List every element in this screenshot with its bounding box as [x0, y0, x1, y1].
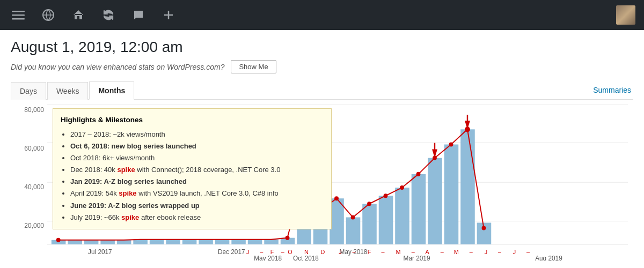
- y-label-20k: 20,000: [24, 222, 44, 229]
- highlight-item-6: April 2019: 54k spike with VS2019 launch…: [70, 188, 324, 199]
- svg-text:J: J: [513, 249, 516, 255]
- svg-text:–: –: [382, 249, 385, 255]
- tab-months[interactable]: Months: [89, 81, 134, 100]
- y-axis: 80,000 60,000 40,000 20,000: [16, 104, 47, 260]
- svg-text:May 2018: May 2018: [254, 255, 282, 260]
- tab-weeks[interactable]: Weeks: [47, 82, 89, 100]
- main-content: August 1, 2019, 12:00 am Did you know yo…: [0, 30, 644, 268]
- svg-text:J: J: [485, 249, 487, 255]
- highlight-item-8: July 2019: ~66k spike after ebook releas…: [70, 212, 324, 224]
- svg-rect-20: [199, 240, 213, 244]
- svg-rect-37: [477, 223, 492, 244]
- highlight-item-7: June 2019: A-Z blog series wrapped up: [70, 200, 324, 212]
- svg-text:Jul 2017: Jul 2017: [88, 248, 112, 256]
- svg-point-44: [367, 202, 371, 206]
- svg-text:–: –: [441, 249, 444, 255]
- svg-text:M: M: [396, 249, 401, 255]
- svg-text:Oct 2018: Oct 2018: [293, 255, 319, 260]
- svg-text:Mar 2019: Mar 2019: [404, 255, 430, 260]
- refresh-icon[interactable]: [99, 5, 118, 25]
- svg-text:J: J: [339, 249, 341, 255]
- svg-rect-36: [460, 129, 475, 244]
- svg-text:F: F: [368, 249, 371, 255]
- highlight-item-2: Oct 6, 2018: new blog series launched: [70, 140, 324, 152]
- svg-rect-14: [100, 240, 115, 244]
- menu-icon[interactable]: [9, 5, 28, 25]
- avatar[interactable]: [616, 5, 635, 25]
- svg-rect-34: [428, 158, 442, 244]
- highlight-box: Highlights & Milestones 2017 – 2018: ~2k…: [53, 108, 332, 229]
- svg-rect-13: [84, 240, 99, 244]
- chart-area: 80,000 60,000 40,000 20,000: [11, 100, 633, 268]
- svg-rect-29: [346, 217, 361, 244]
- highlight-title: Highlights & Milestones: [61, 114, 324, 126]
- tab-days[interactable]: Days: [11, 82, 46, 100]
- home-icon[interactable]: [69, 5, 88, 25]
- highlight-item-5: Jan 2019: A-Z blog series launched: [70, 176, 324, 188]
- svg-point-45: [384, 193, 388, 198]
- chart-container: 80,000 60,000 40,000 20,000: [16, 104, 628, 268]
- svg-rect-33: [412, 174, 426, 244]
- svg-rect-16: [133, 240, 148, 244]
- page-title: August 1, 2019, 12:00 am: [11, 39, 633, 56]
- y-label-40k: 40,000: [24, 183, 44, 191]
- svg-text:Aug 2019: Aug 2019: [535, 255, 562, 260]
- svg-point-38: [56, 238, 61, 242]
- svg-rect-0: [12, 11, 25, 12]
- svg-rect-17: [150, 240, 164, 244]
- svg-point-42: [334, 196, 339, 200]
- svg-rect-31: [379, 196, 393, 244]
- svg-point-46: [400, 185, 404, 190]
- svg-rect-18: [166, 240, 180, 244]
- svg-rect-22: [231, 240, 246, 244]
- svg-rect-23: [248, 240, 262, 244]
- highlight-item-1: 2017 – 2018: ~2k views/month: [70, 129, 324, 140]
- svg-rect-28: [330, 198, 344, 244]
- wordpress-icon[interactable]: [39, 5, 58, 25]
- highlight-item-4: Dec 2018: 40k spike with Connect(); 2018…: [70, 164, 324, 176]
- svg-rect-1: [12, 14, 25, 16]
- svg-text:D: D: [321, 249, 325, 255]
- svg-rect-32: [395, 188, 409, 244]
- add-icon[interactable]: [159, 5, 178, 25]
- svg-rect-12: [68, 240, 82, 244]
- promo-text: Did you know you can view enhanced stats…: [11, 63, 224, 71]
- svg-point-51: [482, 226, 486, 230]
- svg-text:M: M: [454, 249, 459, 255]
- svg-rect-15: [117, 240, 131, 244]
- svg-rect-21: [215, 240, 230, 244]
- highlight-item-3: Oct 2018: 6k+ views/month: [70, 152, 324, 164]
- svg-point-49: [449, 142, 453, 146]
- svg-text:–: –: [498, 249, 502, 255]
- svg-text:–: –: [526, 249, 530, 255]
- svg-text:Dec 2017: Dec 2017: [218, 248, 245, 256]
- avatar-image: [616, 5, 635, 25]
- y-label-80k: 80,000: [24, 106, 44, 114]
- comment-icon[interactable]: [129, 5, 148, 25]
- svg-point-39: [286, 236, 290, 240]
- svg-text:O: O: [288, 249, 292, 255]
- svg-text:J: J: [246, 249, 249, 255]
- y-label-60k: 60,000: [24, 145, 44, 152]
- svg-rect-24: [264, 240, 279, 244]
- svg-point-43: [351, 215, 355, 219]
- svg-text:–: –: [352, 249, 356, 255]
- highlight-list: 2017 – 2018: ~2k views/month Oct 6, 2018…: [61, 129, 324, 224]
- summaries-link[interactable]: Summaries: [593, 86, 633, 94]
- svg-rect-35: [444, 145, 459, 244]
- svg-rect-2: [12, 18, 25, 20]
- svg-rect-19: [182, 240, 197, 244]
- tabs-bar: Days Weeks Months Summaries: [11, 81, 633, 100]
- svg-point-47: [416, 172, 421, 176]
- promo-bar: Did you know you can view enhanced stats…: [11, 60, 633, 73]
- svg-rect-30: [362, 204, 377, 244]
- top-navigation: [0, 0, 644, 30]
- show-me-button[interactable]: Show Me: [231, 60, 276, 73]
- svg-text:–: –: [470, 249, 473, 255]
